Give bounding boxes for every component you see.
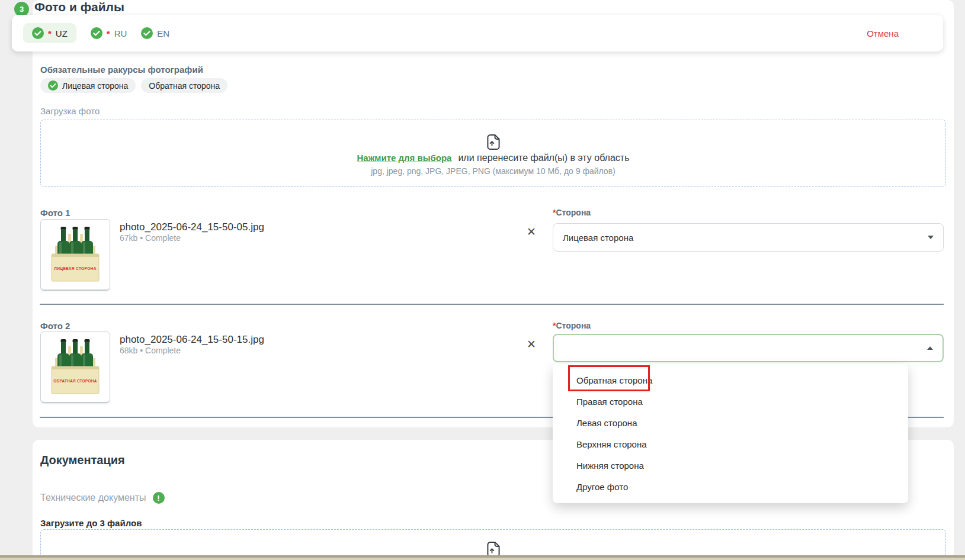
row-divider bbox=[40, 304, 944, 305]
remove-photo-button[interactable]: ✕ bbox=[524, 336, 539, 352]
tech-docs-row: Технические документы ! bbox=[40, 492, 165, 504]
photo-upload-label: Загрузка фото bbox=[40, 106, 100, 116]
required-asterisk: * bbox=[107, 28, 110, 38]
angle-chip-back: Обратная сторона bbox=[141, 78, 227, 93]
required-asterisk: * bbox=[48, 28, 52, 38]
thumbnail-caption: ОБРАТНАЯ СТОРОНА bbox=[53, 379, 97, 383]
language-bar: * UZ * RU EN Отмена bbox=[12, 15, 943, 52]
chip-label: Лицевая сторона bbox=[62, 81, 128, 91]
check-icon bbox=[48, 81, 58, 91]
dropzone-formats: jpg, jpeg, png, JPG, JPEG, PNG (максимум… bbox=[371, 166, 615, 176]
dropzone-hint: или перенесите файл(ы) в эту область bbox=[458, 153, 629, 163]
photo-filename: photo_2025-06-24_15-50-15.jpg bbox=[120, 334, 264, 346]
dropzone-select-link[interactable]: Нажмите для выбора bbox=[357, 153, 452, 163]
angle-chips: Лицевая сторона Обратная сторона bbox=[40, 78, 227, 93]
photo-label: Фото 1 bbox=[40, 208, 70, 218]
tab-label: RU bbox=[114, 28, 127, 38]
check-icon bbox=[141, 27, 153, 39]
side-select[interactable]: Лицевая сторона bbox=[553, 223, 944, 252]
photo-meta: 67kb • Complete bbox=[120, 233, 181, 243]
side-label: *Сторона bbox=[553, 208, 591, 217]
check-icon bbox=[91, 27, 102, 39]
dropdown-option-left[interactable]: Левая сторона bbox=[553, 413, 908, 434]
photo-filename: photo_2025-06-24_15-50-05.jpg bbox=[120, 221, 264, 233]
dropdown-option-right[interactable]: Правая сторона bbox=[553, 391, 908, 413]
required-angles-label: Обязательные ракурсы фотографий bbox=[40, 65, 203, 75]
thumbnail-caption: ЛИЦЕВАЯ СТОРОНА bbox=[54, 266, 96, 271]
upload-icon bbox=[485, 133, 502, 151]
photo-thumbnail: ЛИЦЕВАЯ СТОРОНА bbox=[40, 219, 110, 290]
side-dropdown: Обратная сторона Правая сторона Левая ст… bbox=[553, 363, 908, 503]
angle-chip-front: Лицевая сторона bbox=[40, 78, 136, 93]
tab-uz[interactable]: * UZ bbox=[23, 23, 76, 43]
tab-label: EN bbox=[157, 28, 169, 38]
dropdown-option-back[interactable]: Обратная сторона bbox=[553, 370, 908, 391]
tab-ru[interactable]: * RU bbox=[91, 27, 127, 39]
close-icon: ✕ bbox=[527, 337, 536, 351]
side-select-open[interactable] bbox=[553, 334, 944, 362]
cancel-button[interactable]: Отмена bbox=[867, 28, 899, 38]
tab-label: UZ bbox=[56, 28, 68, 38]
photo-label: Фото 2 bbox=[40, 321, 70, 331]
photo-dropzone[interactable]: Нажмите для выбора или перенесите файл(ы… bbox=[40, 120, 946, 187]
photo-meta: 68kb • Complete bbox=[120, 346, 181, 355]
select-value: Лицевая сторона bbox=[563, 233, 633, 243]
bottom-edge bbox=[0, 558, 965, 560]
beer-sixpack-image: ЛИЦЕВАЯ СТОРОНА bbox=[47, 226, 104, 284]
chip-label: Обратная сторона bbox=[149, 81, 220, 91]
check-icon bbox=[32, 27, 44, 39]
dropdown-option-other[interactable]: Другое фото bbox=[553, 477, 908, 498]
chevron-up-icon bbox=[927, 346, 933, 350]
files-limit-label: Загрузите до 3 файлов bbox=[40, 518, 142, 528]
remove-photo-button[interactable]: ✕ bbox=[524, 224, 539, 239]
documentation-title: Документация bbox=[40, 453, 125, 467]
dropdown-option-top[interactable]: Верхняя сторона bbox=[553, 434, 908, 455]
photo-thumbnail: ОБРАТНАЯ СТОРОНА bbox=[40, 332, 110, 403]
chevron-down-icon bbox=[928, 236, 934, 239]
tab-en[interactable]: EN bbox=[141, 27, 169, 39]
close-icon: ✕ bbox=[527, 225, 536, 239]
page-title: Фото и файлы bbox=[34, 0, 124, 14]
tech-docs-label: Технические документы bbox=[40, 493, 146, 503]
beer-sixpack-image: ОБРАТНАЯ СТОРОНА bbox=[47, 338, 104, 396]
side-label: *Сторона bbox=[553, 321, 591, 330]
dropdown-option-bottom[interactable]: Нижняя сторона bbox=[553, 455, 908, 477]
alert-icon: ! bbox=[153, 492, 165, 504]
